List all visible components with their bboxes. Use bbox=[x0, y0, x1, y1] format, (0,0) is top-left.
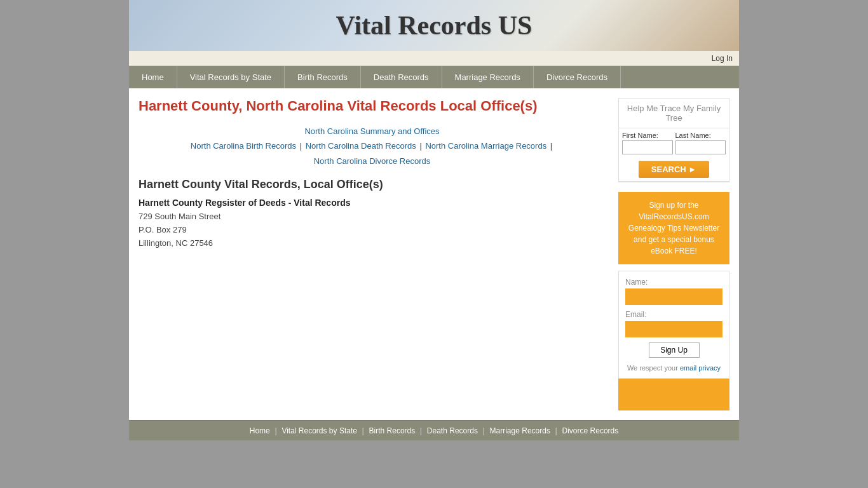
footer-sep2: | bbox=[362, 426, 367, 435]
family-tree-box: Help Me Trace My Family Tree First Name:… bbox=[618, 98, 729, 182]
site-title-text: Vital Records bbox=[336, 11, 492, 40]
newsletter-box: Sign up for the VitalRecordsUS.com Genea… bbox=[618, 192, 729, 264]
nav-death-records[interactable]: Death Records bbox=[361, 66, 442, 88]
nav-vital-records-by-state[interactable]: Vital Records by State bbox=[177, 66, 285, 88]
family-tree-header: Help Me Trace My Family Tree bbox=[619, 98, 729, 128]
privacy-prefix: We respect your bbox=[627, 364, 678, 372]
address-line2: P.O. Box 279 bbox=[139, 224, 606, 237]
main-nav: Home Vital Records by State Birth Record… bbox=[129, 66, 739, 88]
privacy-text: We respect your email privacy bbox=[625, 364, 722, 372]
email-field-label: Email: bbox=[625, 310, 722, 319]
sidebar-bottom-orange bbox=[618, 379, 729, 410]
separator2: | bbox=[419, 141, 424, 151]
address-line1: 729 South Main Street bbox=[139, 210, 606, 224]
signup-name-input[interactable] bbox=[625, 288, 722, 305]
footer-sep1: | bbox=[275, 426, 279, 435]
footer-birth-records[interactable]: Birth Records bbox=[369, 426, 416, 435]
footer-sep3: | bbox=[420, 426, 424, 435]
breadcrumb-nc-divorce[interactable]: North Carolina Divorce Records bbox=[314, 156, 431, 166]
nav-marriage-records[interactable]: Marriage Records bbox=[442, 66, 534, 88]
nav-home[interactable]: Home bbox=[129, 66, 177, 88]
office-section: Harnett County Vital Records, Local Offi… bbox=[139, 178, 606, 250]
footer: Home | Vital Records by State | Birth Re… bbox=[129, 420, 739, 440]
login-bar: Log In bbox=[129, 51, 739, 66]
content-wrapper: Harnett County, North Carolina Vital Rec… bbox=[129, 88, 739, 420]
page-wrapper: Vital Records US Log In Home Vital Recor… bbox=[129, 0, 739, 440]
signup-email-input[interactable] bbox=[625, 321, 722, 337]
breadcrumbs: North Carolina Summary and Offices North… bbox=[139, 124, 606, 168]
office-section-title: Harnett County Vital Records, Local Offi… bbox=[139, 178, 606, 191]
footer-vital-records-by-state[interactable]: Vital Records by State bbox=[281, 426, 357, 435]
search-button[interactable]: SEARCH ► bbox=[639, 161, 709, 178]
page-title: Harnett County, North Carolina Vital Rec… bbox=[139, 98, 606, 114]
footer-home[interactable]: Home bbox=[250, 426, 270, 435]
search-button-wrapper: SEARCH ► bbox=[619, 158, 729, 182]
breadcrumb-nc-summary[interactable]: North Carolina Summary and Offices bbox=[304, 126, 439, 136]
breadcrumb-nc-marriage[interactable]: North Carolina Marriage Records bbox=[425, 141, 546, 151]
signup-button[interactable]: Sign Up bbox=[649, 342, 700, 358]
footer-sep5: | bbox=[555, 426, 560, 435]
footer-divorce-records[interactable]: Divorce Records bbox=[562, 426, 619, 435]
site-title: Vital Records US bbox=[336, 10, 532, 41]
sidebar: Help Me Trace My Family Tree First Name:… bbox=[618, 98, 729, 410]
name-field-label: Name: bbox=[625, 278, 722, 287]
separator3: | bbox=[550, 141, 552, 151]
breadcrumb-nc-death[interactable]: North Carolina Death Records bbox=[306, 141, 416, 151]
site-header: Vital Records US bbox=[129, 0, 739, 51]
nav-divorce-records[interactable]: Divorce Records bbox=[534, 66, 621, 88]
name-fields: First Name: Last Name: bbox=[619, 128, 729, 158]
footer-death-records[interactable]: Death Records bbox=[427, 426, 478, 435]
address-line3: Lillington, NC 27546 bbox=[139, 237, 606, 250]
office-address: 729 South Main Street P.O. Box 279 Lilli… bbox=[139, 210, 606, 250]
office-name: Harnett County Regsister of Deeds - Vita… bbox=[139, 198, 606, 208]
breadcrumb-nc-birth[interactable]: North Carolina Birth Records bbox=[191, 141, 296, 151]
site-title-us: US bbox=[491, 11, 532, 40]
first-name-label: First Name: bbox=[622, 132, 673, 139]
first-name-input[interactable] bbox=[622, 140, 673, 154]
nav-birth-records[interactable]: Birth Records bbox=[285, 66, 361, 88]
separator: | bbox=[300, 141, 304, 151]
last-name-input[interactable] bbox=[675, 140, 726, 154]
first-name-group: First Name: bbox=[622, 132, 673, 154]
login-link[interactable]: Log In bbox=[712, 54, 733, 63]
footer-marriage-records[interactable]: Marriage Records bbox=[490, 426, 550, 435]
privacy-link[interactable]: email privacy bbox=[680, 364, 721, 372]
footer-sep4: | bbox=[483, 426, 487, 435]
last-name-label: Last Name: bbox=[675, 132, 726, 139]
main-content: Harnett County, North Carolina Vital Rec… bbox=[139, 98, 606, 410]
signup-form-box: Name: Email: Sign Up We respect your ema… bbox=[618, 271, 729, 379]
last-name-group: Last Name: bbox=[675, 132, 726, 154]
